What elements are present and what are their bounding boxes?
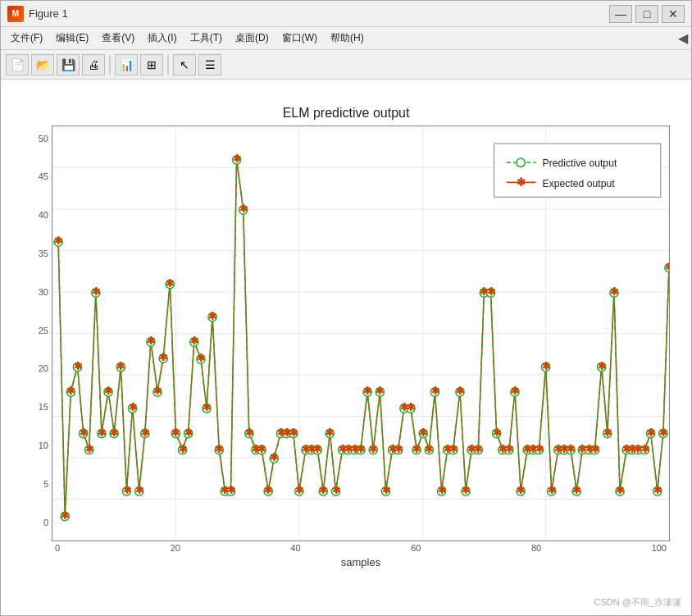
svg-text:✱: ✱ [239,203,248,215]
open-button[interactable]: 📂 [31,54,54,75]
x-label-100: 100 [652,543,667,553]
svg-text:✱: ✱ [313,443,321,454]
svg-text:✱: ✱ [567,443,575,454]
svg-text:✱: ✱ [412,443,421,454]
new-button[interactable]: 📄 [6,54,29,75]
svg-text:✱: ✱ [419,427,427,438]
y-label-35: 35 [22,249,52,258]
select-button[interactable]: ↖ [173,54,196,75]
svg-text:✱: ✱ [394,443,403,454]
x-label-0: 0 [55,543,60,553]
svg-text:✱: ✱ [116,360,125,372]
svg-text:✱: ✱ [66,386,75,397]
export-button[interactable]: 📊 [115,54,138,75]
svg-text:✱: ✱ [332,484,340,495]
svg-text:✱: ✱ [85,443,93,454]
svg-text:✱: ✱ [431,386,439,397]
x-label-60: 60 [411,543,421,553]
menu-edit[interactable]: 编辑(E) [49,28,95,48]
y-label-20: 20 [22,363,52,373]
y-label-30: 30 [22,287,52,297]
svg-text:✱: ✱ [190,335,198,346]
x-axis-labels: 0 20 40 60 80 100 [52,541,670,554]
svg-text:✱: ✱ [171,427,180,438]
svg-text:✱: ✱ [135,484,143,495]
svg-text:✱: ✱ [369,443,377,454]
svg-text:✱: ✱ [98,427,106,438]
svg-text:✱: ✱ [141,427,149,438]
x-label-40: 40 [290,543,300,553]
app-icon: M [7,6,24,22]
window-title: Figure 1 [29,7,609,20]
svg-text:✱: ✱ [487,286,495,298]
menu-tools[interactable]: 工具(T) [184,28,229,48]
y-label-25: 25 [22,326,52,335]
chart-inner: 0 5 10 15 20 25 30 35 40 45 50 [22,125,670,568]
watermark: CSDN @不雨_亦潇潇 [594,596,681,609]
svg-text:✱: ✱ [610,286,618,298]
menu-file[interactable]: 文件(F) [4,28,49,48]
print-button[interactable]: 🖨 [82,54,105,75]
svg-text:✱: ✱ [147,335,155,346]
svg-text:✱: ✱ [179,443,187,454]
plot-area[interactable]: ✱ ✱ ✱ ✱ ✱ ✱ ✱ ✱ ✱ ✱ ✱ ✱ ✱ [52,125,670,541]
layout-button[interactable]: ⊞ [140,54,163,75]
svg-text:✱: ✱ [438,484,446,495]
y-axis-labels: 0 5 10 15 20 25 30 35 40 45 50 [22,134,52,527]
title-bar: M Figure 1 — □ ✕ [1,1,691,27]
svg-text:Expected output: Expected output [543,177,616,189]
svg-text:✱: ✱ [548,484,556,495]
svg-point-219 [517,157,525,167]
menu-desktop[interactable]: 桌面(D) [229,28,275,48]
menu-insert[interactable]: 插入(I) [141,28,183,48]
svg-text:✱: ✱ [123,484,131,495]
x-label-20: 20 [171,543,180,553]
y-label-5: 5 [22,479,52,489]
svg-text:Predictive output: Predictive output [543,157,617,169]
chart-svg: ✱ ✱ ✱ ✱ ✱ ✱ ✱ ✱ ✱ ✱ ✱ ✱ ✱ [52,126,669,541]
svg-text:✱: ✱ [493,427,501,438]
toolbar-divider-1 [109,55,111,75]
menu-view[interactable]: 查看(V) [95,28,141,48]
svg-text:✱: ✱ [233,153,241,164]
y-label-45: 45 [22,171,52,181]
minimize-button[interactable]: — [609,5,632,23]
svg-text:✱: ✱ [153,386,162,397]
svg-text:✱: ✱ [376,386,384,397]
svg-text:✱: ✱ [166,277,174,289]
close-button[interactable]: ✕ [662,5,685,23]
y-label-40: 40 [22,210,52,220]
svg-text:✱: ✱ [591,443,599,454]
svg-text:✱: ✱ [197,353,205,364]
svg-text:✱: ✱ [572,484,580,495]
svg-text:✱: ✱ [215,443,223,454]
main-window: M Figure 1 — □ ✕ 文件(F) 编辑(E) 查看(V) 插入(I)… [0,0,692,616]
menu-window[interactable]: 窗口(W) [275,28,324,48]
svg-text:✱: ✱ [270,452,278,463]
svg-text:✱: ✱ [208,310,216,322]
svg-text:✱: ✱ [295,484,303,495]
svg-text:✱: ✱ [641,443,649,454]
svg-text:✱: ✱ [129,401,137,413]
maximize-button[interactable]: □ [635,5,658,23]
svg-text:✱: ✱ [319,484,327,495]
toolbar-divider-2 [167,55,169,75]
menu-arrow[interactable]: ◀ [678,30,688,46]
svg-text:✱: ✱ [357,443,365,454]
chart-container: ELM predictive output 0 5 10 15 20 25 30… [22,106,670,590]
y-label-50: 50 [22,134,52,144]
svg-text:✱: ✱ [511,386,519,397]
svg-text:✱: ✱ [603,427,612,438]
svg-text:✱: ✱ [535,443,544,454]
svg-text:✱: ✱ [289,427,298,438]
menu-help[interactable]: 帮助(H) [324,28,371,48]
save-button[interactable]: 💾 [57,54,80,75]
svg-text:✱: ✱ [159,351,167,363]
svg-text:✱: ✱ [104,386,112,397]
svg-text:✱: ✱ [425,443,433,454]
pan-button[interactable]: ☰ [198,54,221,75]
chart-area: ELM predictive output 0 5 10 15 20 25 30… [1,80,691,615]
y-label-10: 10 [22,440,52,450]
svg-text:✱: ✱ [659,427,667,438]
y-label-15: 15 [22,402,52,412]
